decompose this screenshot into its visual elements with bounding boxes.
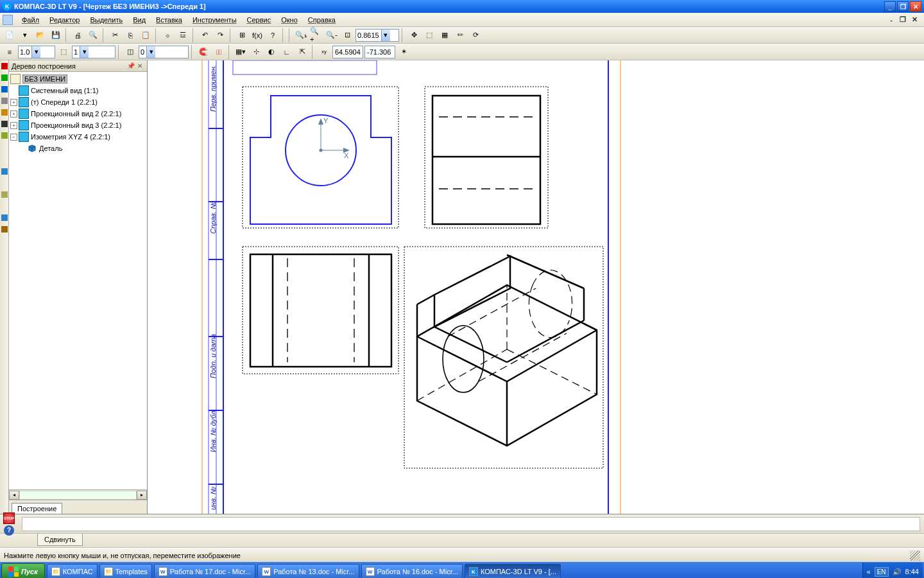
expand-icon[interactable]: +: [10, 99, 17, 106]
zoom-in-button[interactable]: 🔍+: [309, 28, 323, 42]
zoom-out-button[interactable]: 🔍-: [325, 28, 339, 42]
open-button[interactable]: 📂: [33, 28, 47, 42]
menu-window[interactable]: Окно: [276, 15, 303, 25]
new-dropdown[interactable]: ▾: [18, 28, 32, 42]
menu-help[interactable]: Справка: [303, 15, 341, 25]
insert-icon[interactable]: [1, 226, 8, 232]
zoom-fit-button[interactable]: ▦: [438, 28, 452, 42]
maximize-button[interactable]: ❐: [897, 1, 909, 12]
language-indicator[interactable]: EN: [875, 567, 889, 577]
menu-select[interactable]: Выделить: [85, 15, 128, 25]
measure-icon[interactable]: [1, 109, 8, 116]
drawing-canvas[interactable]: Перв. примен. Справ. № Подп. и дата Инв.…: [148, 60, 924, 514]
new-button[interactable]: 📄: [3, 28, 17, 42]
scroll-right-icon[interactable]: ▸: [137, 491, 147, 500]
start-button[interactable]: Пуск: [1, 563, 45, 578]
tray-icon[interactable]: 🔊: [893, 568, 902, 576]
coord-lock-button[interactable]: ✶: [397, 45, 411, 59]
task-word-16[interactable]: W Работа № 16.doc - Micr...: [361, 564, 463, 578]
select-icon[interactable]: [1, 121, 8, 127]
copy-props-button[interactable]: ⟐: [160, 28, 175, 42]
zoom-prev-button[interactable]: ⬚: [422, 28, 436, 42]
app-menu-icon[interactable]: [3, 15, 13, 25]
style-button[interactable]: ≡: [3, 45, 17, 59]
expand-icon[interactable]: +: [10, 122, 17, 129]
fx-button[interactable]: f(x): [250, 28, 264, 42]
zoom-window-button[interactable]: ⊡: [340, 28, 354, 42]
tree-item-front-view[interactable]: + (т) Спереди 1 (2.2:1): [9, 96, 147, 108]
menu-edit[interactable]: Редактор: [44, 15, 85, 25]
undo-button[interactable]: ↶: [198, 28, 212, 42]
tree-item-isometry[interactable]: − Изометрия XYZ 4 (2.2:1): [9, 131, 147, 143]
task-kompas-app[interactable]: K КОМПАС-3D LT V9 - [...: [465, 564, 561, 578]
preview-button[interactable]: 🔍: [86, 28, 100, 42]
tree-item-system-view[interactable]: Системный вид (1:1): [9, 85, 147, 96]
clock[interactable]: 8:44: [905, 568, 919, 575]
tree-panel-header[interactable]: Дерево построения 📌 ✕: [9, 60, 147, 72]
coord-x-field[interactable]: 64.5904: [332, 46, 363, 58]
line-pick-button[interactable]: ⬚: [56, 45, 71, 59]
zoom-combo[interactable]: 0.8615▾: [355, 29, 399, 42]
snap-off-button[interactable]: 🧲⃠: [212, 45, 226, 59]
view-combo[interactable]: 1▾: [72, 46, 116, 58]
effects-icon[interactable]: [1, 191, 8, 198]
layer-combo[interactable]: 0▾: [139, 46, 189, 58]
task-word-17[interactable]: W Работа № 17.doc - Micr...: [154, 564, 255, 578]
menu-file[interactable]: Файл: [17, 15, 44, 25]
tray-expand-icon[interactable]: «: [867, 568, 871, 575]
minimize-button[interactable]: _: [884, 1, 896, 12]
refresh-button[interactable]: ⟳: [468, 28, 483, 42]
task-kompas-folder[interactable]: 📁 КОМПАС: [47, 564, 98, 578]
snap-settings-button[interactable]: ⇱: [295, 45, 309, 59]
resize-grip-icon[interactable]: [910, 550, 920, 561]
command-input[interactable]: [22, 517, 920, 531]
print-button[interactable]: 🖨: [71, 28, 85, 42]
menu-service[interactable]: Сервис: [242, 15, 277, 25]
panel-help-icon[interactable]: ?: [4, 525, 14, 536]
context-help-button[interactable]: ?: [266, 28, 280, 42]
copy-button[interactable]: ⎘: [123, 28, 137, 42]
dim-icon[interactable]: [1, 74, 8, 81]
spec-icon[interactable]: [1, 132, 8, 139]
library-button[interactable]: ⊞: [235, 28, 249, 42]
save-button[interactable]: 💾: [49, 28, 63, 42]
redraw-button[interactable]: ✏: [453, 28, 467, 42]
panel-close-icon[interactable]: ✕: [135, 62, 144, 71]
round-button[interactable]: ◐: [264, 45, 278, 59]
doc-minimize[interactable]: -: [887, 15, 896, 24]
panel-tab-build[interactable]: Построение: [12, 503, 62, 514]
stop-icon[interactable]: STOP: [3, 512, 15, 524]
line-style-combo[interactable]: 1.0▾: [18, 46, 55, 58]
views-icon[interactable]: [1, 168, 8, 175]
geom-icon[interactable]: [1, 63, 8, 69]
cut-button[interactable]: ✂: [108, 28, 122, 42]
tree-root[interactable]: БЕЗ ИМЕНИ: [9, 73, 147, 85]
edit-icon[interactable]: [1, 86, 8, 92]
close-button[interactable]: ✕: [910, 1, 921, 12]
system-tray[interactable]: « EN 🔊 8:44: [862, 563, 923, 578]
param-icon[interactable]: [1, 98, 8, 104]
ortho-button[interactable]: ⊹: [249, 45, 263, 59]
tree-item-proj-view-3[interactable]: + Проекционный вид 3 (2.2:1): [9, 119, 147, 131]
pin-icon[interactable]: 📌: [126, 62, 135, 71]
menu-insert[interactable]: Вставка: [151, 15, 187, 25]
coord-y-field[interactable]: -71.306: [364, 46, 395, 58]
tab-move[interactable]: Сдвинуть: [37, 534, 83, 546]
doc-restore[interactable]: ❐: [898, 15, 907, 24]
task-word-13[interactable]: W Работа № 13.doc - Micr...: [257, 564, 359, 578]
tree-item-proj-view-2[interactable]: + Проекционный вид 2 (2.2:1): [9, 108, 147, 119]
collapse-icon[interactable]: −: [10, 134, 17, 141]
assoc-icon[interactable]: [1, 215, 8, 221]
pan-button[interactable]: ✥: [407, 28, 421, 42]
grid-button[interactable]: ▦▾: [234, 45, 248, 59]
local-cs-button[interactable]: ∟: [280, 45, 294, 59]
expand-icon[interactable]: +: [10, 110, 17, 118]
tree-scrollbar[interactable]: ◂ ▸: [9, 489, 147, 500]
tree-item-detail[interactable]: Деталь: [9, 143, 147, 154]
scroll-left-icon[interactable]: ◂: [9, 491, 19, 500]
task-templates-folder[interactable]: 📁 Templates: [99, 564, 152, 578]
doc-close[interactable]: ✕: [910, 15, 919, 24]
paste-button[interactable]: 📋: [139, 28, 153, 42]
snap-on-button[interactable]: 🧲: [196, 45, 210, 59]
menu-view[interactable]: Вид: [128, 15, 151, 25]
